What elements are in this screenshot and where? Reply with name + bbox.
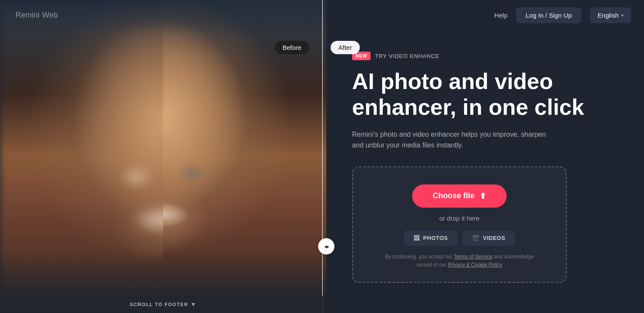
subtitle: Remini's photo and video enhancer helps … [352,129,558,151]
label-before: Before [275,41,309,54]
upload-box: Choose file ⬆ or drop it here 🖼 PHOTOS 🎬… [352,166,567,283]
brand-name: Remini [15,11,39,20]
try-video-text: TRY VIDEO ENHANCE [375,53,439,59]
videos-button[interactable]: 🎬 VIDEOS [462,230,515,246]
scroll-to-footer[interactable]: SCROLL TO FOOTER ▼ [0,296,326,313]
language-button[interactable]: English ▾ [590,7,631,23]
choose-file-button[interactable]: Choose file ⬆ [412,184,507,208]
login-button[interactable]: Log In / Sign Up [516,7,581,23]
label-after: After [331,41,360,54]
photos-label: PHOTOS [423,235,448,241]
terms-of-service-link[interactable]: Terms of Service [454,254,492,260]
videos-label: VIDEOS [483,235,505,241]
photos-icon: 🖼 [413,235,420,242]
brand: Remini Web [13,0,58,30]
divider-line [322,0,323,313]
divider-handle[interactable]: ◂▸ [318,238,334,255]
scroll-footer-text: SCROLL TO FOOTER [130,302,188,307]
terms-text: By continuing, you accept our Terms of S… [378,253,541,269]
content-area: NEW TRY VIDEO ENHANCE AI photo and video… [326,30,644,283]
navbar: Help Log In / Sign Up English ▾ [326,0,644,30]
media-type-row: 🖼 PHOTOS 🎬 VIDEOS [404,230,515,246]
language-label: English [598,12,619,19]
divider-arrows-icon: ◂▸ [324,243,328,250]
privacy-policy-link[interactable]: Privacy & Cookie Policy [448,262,502,268]
upload-icon: ⬆ [480,191,486,201]
scroll-down-icon: ▼ [191,301,196,307]
main-heading: AI photo and video enhancer, in one clic… [352,69,618,120]
photo-overlay-bottom [0,253,326,296]
photos-button[interactable]: 🖼 PHOTOS [404,230,457,246]
help-link[interactable]: Help [494,12,507,19]
videos-icon: 🎬 [472,235,480,242]
choose-file-label: Choose file [433,191,474,200]
or-drop-text: or drop it here [439,215,479,222]
video-badge-row: NEW TRY VIDEO ENHANCE [352,52,618,60]
brand-suffix: Web [42,11,58,20]
chevron-down-icon: ▾ [621,13,623,18]
